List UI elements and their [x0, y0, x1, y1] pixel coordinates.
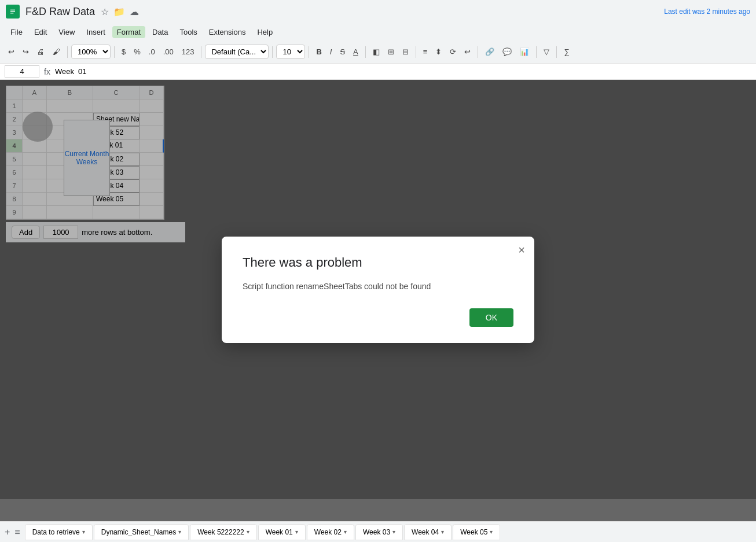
svg-rect-1: [10, 10, 15, 10]
merge-button[interactable]: ⊟: [399, 45, 412, 58]
redo-button[interactable]: ↪: [19, 45, 32, 58]
tab-label-week-03: Week 03: [363, 528, 390, 536]
underline-button[interactable]: A: [350, 45, 362, 58]
tab-arrow-2: ▾: [247, 529, 249, 535]
tab-week-52[interactable]: Week 5222222 ▾: [190, 524, 257, 540]
cell-reference[interactable]: 4: [5, 65, 39, 78]
toolbar-separator-5: [309, 46, 309, 58]
text-rotate-button[interactable]: ⟳: [446, 45, 460, 58]
menu-extensions[interactable]: Extensions: [204, 26, 251, 38]
formula-bar: 4 fx: [0, 64, 756, 80]
decimal-decrease-button[interactable]: .0: [145, 45, 159, 58]
dialog-footer: OK: [243, 308, 513, 327]
strikethrough-button[interactable]: S: [336, 45, 348, 58]
tab-week-01[interactable]: Week 01 ▾: [258, 524, 306, 540]
chart-button[interactable]: 📊: [516, 45, 533, 58]
borders-button[interactable]: ⊞: [384, 45, 398, 58]
title-icons: ☆ 📁 ☁: [101, 6, 139, 17]
menu-file[interactable]: File: [6, 26, 27, 38]
toolbar-separator-8: [478, 46, 478, 58]
zoom-control[interactable]: 100%: [71, 45, 111, 59]
tab-arrow-7: ▾: [490, 529, 493, 535]
menu-bar: File Edit View Insert Format Data Tools …: [0, 23, 756, 40]
function-button[interactable]: ∑: [560, 45, 572, 58]
tab-week-04[interactable]: Week 04 ▾: [404, 524, 452, 540]
fx-icon: fx: [44, 67, 50, 76]
formula-input[interactable]: [55, 67, 751, 76]
dialog-ok-button[interactable]: OK: [469, 308, 513, 327]
title-bar: F&D Raw Data ☆ 📁 ☁ Last edit was 2 minut…: [0, 0, 756, 23]
percent-button[interactable]: %: [130, 45, 144, 58]
comment-button[interactable]: 💬: [499, 45, 515, 58]
folder-icon[interactable]: 📁: [113, 6, 125, 17]
italic-button[interactable]: I: [326, 45, 336, 58]
filter-button[interactable]: ▽: [540, 45, 553, 58]
tab-label-week-52: Week 5222222: [197, 528, 244, 536]
toolbar-separator-3: [201, 46, 201, 58]
star-icon[interactable]: ☆: [101, 6, 109, 17]
cloud-icon[interactable]: ☁: [130, 6, 139, 17]
tab-label-data-to-retrieve: Data to retrieve: [32, 528, 80, 536]
tab-arrow-0: ▾: [82, 529, 85, 535]
text-wrap-button[interactable]: ↩: [461, 45, 474, 58]
tab-week-05[interactable]: Week 05 ▾: [453, 524, 500, 540]
menu-insert[interactable]: Insert: [82, 26, 110, 38]
dialog-overlay: × There was a problem Script function re…: [0, 80, 756, 499]
fill-color-button[interactable]: ◧: [369, 45, 383, 58]
tab-arrow-5: ▾: [392, 529, 395, 535]
toolbar-separator-10: [556, 46, 557, 58]
tab-arrow-4: ▾: [344, 529, 347, 535]
currency-button[interactable]: $: [118, 45, 129, 58]
svg-rect-2: [10, 11, 15, 12]
app-icon: [6, 5, 20, 19]
tab-label-dynamic-sheet-names: Dynamic_Sheet_Names: [101, 528, 176, 536]
toolbar-separator-1: [67, 46, 68, 58]
undo-button[interactable]: ↩: [5, 45, 18, 58]
font-size-select[interactable]: 10: [276, 45, 305, 59]
tab-week-03[interactable]: Week 03 ▾: [355, 524, 403, 540]
tab-label-week-01: Week 01: [266, 528, 293, 536]
sheet-tabs-list: Data to retrieve ▾ Dynamic_Sheet_Names ▾…: [25, 524, 501, 540]
menu-help[interactable]: Help: [252, 26, 277, 38]
menu-format[interactable]: Format: [112, 26, 145, 38]
sheet-area: A B C D 1 2 Sheet new Name 3: [0, 80, 756, 499]
tab-week-02[interactable]: Week 02 ▾: [307, 524, 354, 540]
toolbar-separator-7: [416, 46, 416, 58]
zoom-select[interactable]: 100%: [71, 45, 111, 59]
toolbar-separator-9: [536, 46, 537, 58]
tab-data-to-retrieve[interactable]: Data to retrieve ▾: [25, 524, 93, 540]
align-h-button[interactable]: ≡: [420, 45, 431, 58]
doc-title: F&D Raw Data: [25, 6, 95, 18]
font-family-select[interactable]: Default (Ca...: [205, 45, 269, 59]
menu-data[interactable]: Data: [148, 26, 173, 38]
tab-label-week-04: Week 04: [412, 528, 439, 536]
last-edit: Last edit was 2 minutes ago: [664, 8, 750, 16]
tab-label-week-05: Week 05: [460, 528, 487, 536]
align-v-button[interactable]: ⬍: [432, 45, 445, 58]
svg-rect-3: [10, 13, 13, 13]
dialog-message: Script function renameSheetTabs could no…: [243, 282, 513, 291]
sheet-tab-icons: + ≡: [0, 527, 25, 537]
add-sheet-icon[interactable]: +: [5, 527, 10, 537]
link-button[interactable]: 🔗: [482, 45, 498, 58]
menu-view[interactable]: View: [54, 26, 79, 38]
print-button[interactable]: 🖨: [34, 45, 48, 58]
paint-format-button[interactable]: 🖌: [49, 45, 64, 58]
error-dialog: × There was a problem Script function re…: [222, 237, 534, 343]
menu-tools[interactable]: Tools: [175, 26, 201, 38]
format-123-button[interactable]: 123: [178, 45, 198, 58]
tab-arrow-6: ▾: [441, 529, 444, 535]
dialog-close-button[interactable]: ×: [518, 244, 525, 257]
bold-button[interactable]: B: [313, 45, 325, 58]
decimal-increase-button[interactable]: .00: [160, 45, 177, 58]
sheet-menu-icon[interactable]: ≡: [14, 527, 20, 537]
tab-arrow-1: ▾: [178, 529, 181, 535]
toolbar-separator-6: [365, 46, 366, 58]
dialog-title: There was a problem: [243, 255, 513, 270]
tab-dynamic-sheet-names[interactable]: Dynamic_Sheet_Names ▾: [94, 524, 189, 540]
toolbar: ↩ ↪ 🖨 🖌 100% $ % .0 .00 123 Default (Ca.…: [0, 40, 756, 64]
sheet-tabs-bar: + ≡ Data to retrieve ▾ Dynamic_Sheet_Nam…: [0, 521, 756, 542]
menu-edit[interactable]: Edit: [30, 26, 52, 38]
toolbar-separator-2: [114, 46, 115, 58]
tab-label-week-02: Week 02: [314, 528, 342, 536]
